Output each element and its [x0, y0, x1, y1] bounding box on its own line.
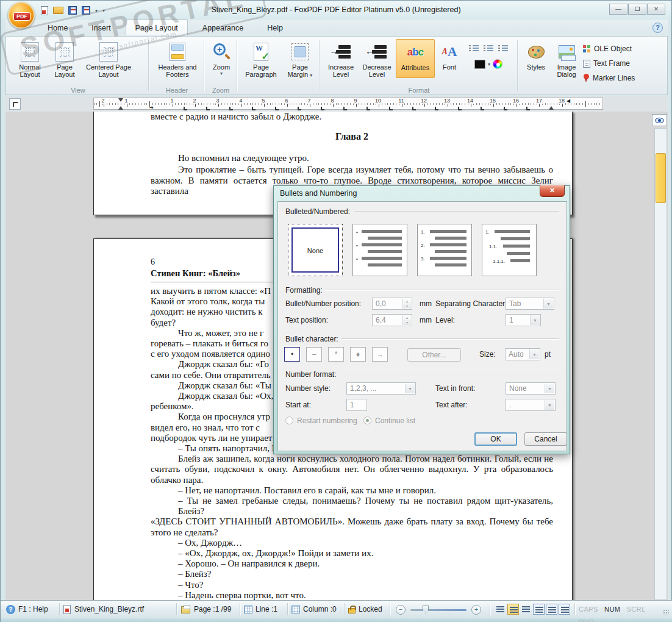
- tab-stop-marker[interactable]: [252, 107, 256, 110]
- tab-stop-marker[interactable]: [206, 107, 210, 110]
- status-filename[interactable]: Stiven_King_Bleyz.rtf: [74, 605, 144, 613]
- preview-bulleted[interactable]: • • •: [352, 224, 407, 276]
- spinner-icon[interactable]: ▲▼: [402, 315, 411, 325]
- ribbon-tab[interactable]: Appearance: [193, 20, 252, 36]
- styles-button[interactable]: Styles: [523, 39, 549, 78]
- status-column[interactable]: Column :0: [303, 605, 337, 613]
- tab-stop-marker[interactable]: [343, 107, 347, 110]
- decrease-level-button[interactable]: ← Decrease Level: [359, 39, 395, 78]
- save-icon[interactable]: [68, 6, 77, 15]
- zoom-slider-track[interactable]: [410, 609, 466, 611]
- other-character-button[interactable]: Other...: [407, 348, 461, 362]
- right-indent-marker[interactable]: [549, 106, 554, 110]
- tab-stop-marker[interactable]: [184, 107, 187, 110]
- status-help[interactable]: F1 : Help: [18, 605, 48, 613]
- close-button[interactable]: ✕: [647, 4, 665, 15]
- zoom-button[interactable]: + Zoom ▾: [208, 39, 235, 76]
- bullet-char-arrow-button[interactable]: →: [372, 347, 388, 362]
- justify-center-button[interactable]: [546, 604, 557, 615]
- cancel-button[interactable]: Cancel: [524, 432, 567, 446]
- save-as-icon[interactable]: [82, 6, 90, 15]
- justify-full-button[interactable]: [559, 604, 570, 615]
- bullet-number-position-input[interactable]: 0,0 ▲▼: [372, 298, 412, 310]
- multilevel-list-icon[interactable]: [498, 44, 509, 53]
- bullet-char-dash-button[interactable]: –: [306, 347, 322, 362]
- status-page[interactable]: Page :1 /99: [194, 605, 231, 613]
- bullet-list-icon[interactable]: [483, 44, 494, 53]
- preview-numbered[interactable]: 1. 2. 3.: [417, 224, 472, 276]
- preview-multilevel[interactable]: 1. 1.1. 1.1.1.: [482, 224, 537, 276]
- first-line-indent-marker[interactable]: [118, 98, 123, 102]
- ok-button[interactable]: OK: [474, 432, 517, 446]
- bullet-char-asterisk-button[interactable]: *: [328, 347, 344, 362]
- tab-stop-marker[interactable]: [275, 107, 279, 110]
- tab-stop-marker[interactable]: [229, 107, 233, 110]
- text-position-input[interactable]: 6,4 ▲▼: [372, 314, 412, 326]
- help-button[interactable]: ?: [652, 23, 663, 33]
- view-eye-button[interactable]: [652, 114, 667, 126]
- ribbon-tab[interactable]: Home: [38, 20, 77, 36]
- text-after-select[interactable]: .▼: [506, 399, 556, 411]
- align-center-button[interactable]: [507, 604, 519, 615]
- start-at-input[interactable]: 1: [346, 399, 367, 411]
- left-indent-marker[interactable]: [118, 106, 123, 110]
- bullet-char-diamond-button[interactable]: ♦: [350, 347, 366, 362]
- dialog-close-button[interactable]: ✕: [540, 185, 565, 197]
- headers-and-footers-button[interactable]: Headers and Footers: [153, 39, 202, 78]
- tab-stop-marker[interactable]: [366, 107, 370, 110]
- separating-character-select[interactable]: Tab▼: [506, 298, 554, 310]
- maximize-button[interactable]: [628, 4, 646, 15]
- centered-page-layout-button[interactable]: Centered Page Layout: [82, 39, 135, 78]
- font-button[interactable]: AA Font: [436, 39, 463, 78]
- page-margin-button[interactable]: Page Margin ▾: [283, 39, 317, 79]
- tab-stop-marker[interactable]: [321, 107, 324, 110]
- tab-stop-marker[interactable]: [412, 107, 416, 110]
- font-color-dropdown-icon[interactable]: ▾: [488, 62, 490, 67]
- attributes-button[interactable]: abc Attributes: [396, 39, 435, 78]
- tab-stop-marker[interactable]: [481, 107, 484, 110]
- tab-stop-marker[interactable]: [435, 107, 438, 110]
- number-style-select[interactable]: 1,2,3, ...▼: [346, 382, 416, 395]
- tab-stop-marker[interactable]: [526, 107, 530, 110]
- align-right-button[interactable]: [520, 604, 532, 615]
- qat-customize-icon[interactable]: ▾: [102, 8, 105, 13]
- zoom-slider-thumb[interactable]: [423, 606, 429, 613]
- color-wheel-icon[interactable]: [493, 59, 502, 69]
- vertical-scrollbar-thumb[interactable]: [656, 153, 666, 203]
- zoom-in-button[interactable]: +: [471, 605, 481, 615]
- restart-numbering-radio[interactable]: [285, 416, 293, 424]
- bullet-char-dot-button[interactable]: •: [284, 347, 300, 362]
- level-select[interactable]: 1▼: [506, 314, 541, 326]
- tab-stop-marker[interactable]: [504, 107, 507, 110]
- ole-object-button[interactable]: OLE Object: [583, 41, 662, 56]
- numbered-list-icon[interactable]: [468, 44, 479, 53]
- tab-stop-marker[interactable]: [389, 107, 393, 110]
- increase-level-button[interactable]: → Increase Level: [324, 39, 358, 78]
- status-locked[interactable]: Locked: [359, 605, 382, 613]
- spinner-icon[interactable]: ▲▼: [402, 299, 411, 309]
- text-in-front-select[interactable]: None▼: [506, 382, 556, 395]
- normal-layout-button[interactable]: Normal Layout: [12, 39, 48, 78]
- zoom-out-button[interactable]: −: [396, 605, 406, 615]
- size-select[interactable]: Auto▼: [505, 348, 540, 360]
- application-menu-button[interactable]: PDF: [8, 2, 35, 29]
- continue-list-radio[interactable]: [363, 416, 371, 424]
- resize-grip[interactable]: [663, 609, 669, 615]
- tab-stop-marker[interactable]: [458, 107, 462, 110]
- font-color-swatch[interactable]: [474, 60, 485, 69]
- preview-none[interactable]: None: [288, 224, 343, 276]
- align-left-button[interactable]: [495, 604, 506, 615]
- open-file-icon[interactable]: [53, 7, 63, 14]
- image-dialog-button[interactable]: Image Dialog: [552, 39, 581, 78]
- text-frame-button[interactable]: Text Frame: [583, 56, 662, 71]
- save-dropdown-icon[interactable]: ▾: [95, 8, 98, 13]
- page-paragraph-button[interactable]: W✓ Page Paragraph: [241, 39, 281, 79]
- tab-stop-marker[interactable]: [298, 107, 301, 110]
- status-line[interactable]: Line :1: [256, 605, 277, 613]
- ribbon-tab[interactable]: Page Layout: [126, 20, 188, 35]
- ribbon-tab[interactable]: Insert: [82, 20, 120, 36]
- new-file-icon[interactable]: [41, 6, 48, 15]
- page-layout-button[interactable]: Page Layout: [50, 39, 79, 78]
- marker-lines-button[interactable]: Marker Lines: [583, 71, 662, 85]
- justify-button[interactable]: [533, 604, 545, 615]
